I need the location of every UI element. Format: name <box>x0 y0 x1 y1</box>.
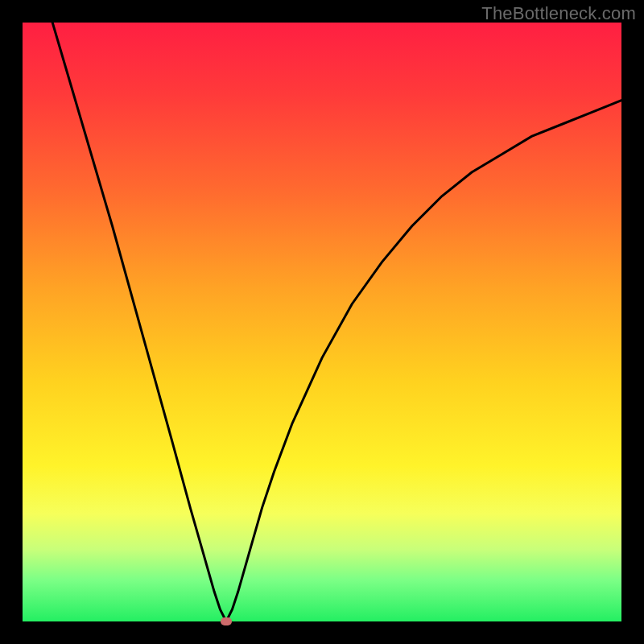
curve-svg <box>23 23 621 621</box>
watermark-text: TheBottleneck.com <box>481 3 636 24</box>
plot-area <box>23 23 621 621</box>
chart-frame: TheBottleneck.com <box>0 0 644 644</box>
minimum-marker <box>221 617 232 625</box>
bottleneck-curve <box>52 23 621 621</box>
